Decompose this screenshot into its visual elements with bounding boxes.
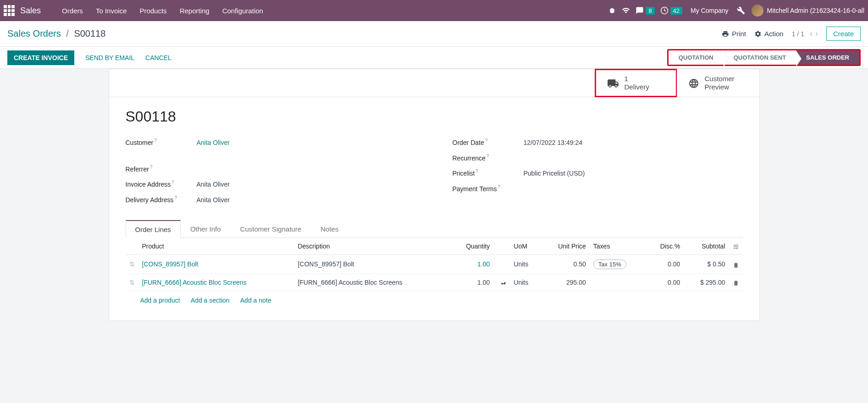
cell-chart[interactable] <box>493 274 510 291</box>
wifi-icon[interactable] <box>619 6 633 15</box>
th-taxes: Taxes <box>590 238 646 255</box>
cell-uom[interactable]: Units <box>510 274 541 291</box>
product-link[interactable]: [FURN_6666] Acoustic Bloc Screens <box>142 279 247 286</box>
tabs: Order Lines Other Info Customer Signatur… <box>126 220 743 238</box>
pricelist-label: Pricelist <box>453 170 475 177</box>
menu-reporting[interactable]: Reporting <box>173 7 216 15</box>
add-product-link[interactable]: Add a product <box>140 297 180 304</box>
create-button[interactable]: Create <box>826 27 861 41</box>
tools-icon[interactable] <box>734 6 748 15</box>
th-description: Description <box>294 238 450 255</box>
help-icon[interactable]: ? <box>476 169 479 174</box>
help-icon[interactable]: ? <box>150 165 153 170</box>
cell-description[interactable]: [CONS_89957] Bolt <box>294 254 450 274</box>
cell-disc[interactable]: 0.00 <box>646 254 684 274</box>
print-label: Print <box>732 30 746 38</box>
help-icon[interactable]: ? <box>485 138 488 143</box>
invoice-addr-value[interactable]: Anita Oliver <box>197 181 230 188</box>
cell-price[interactable]: 295.00 <box>541 274 590 291</box>
invoice-addr-label: Invoice Address <box>126 181 171 188</box>
product-link[interactable]: [CONS_89957] Bolt <box>142 260 199 268</box>
cancel-button[interactable]: CANCEL <box>145 54 171 61</box>
delivery-stat-button[interactable]: 1 Delivery <box>595 69 677 97</box>
columns-config-icon[interactable] <box>733 243 739 250</box>
globe-icon <box>688 77 699 89</box>
menu-configuration[interactable]: Configuration <box>216 7 270 15</box>
create-invoice-button[interactable]: CREATE INVOICE <box>7 50 74 65</box>
th-quantity: Quantity <box>450 238 493 255</box>
preview-stat-button[interactable]: Customer Preview <box>677 69 759 97</box>
breadcrumb-sep: / <box>66 28 69 39</box>
cell-taxes[interactable]: Tax 15% <box>590 254 646 274</box>
help-icon[interactable]: ? <box>154 138 157 143</box>
preview-l1: Customer <box>705 75 735 83</box>
cell-subtotal: $ 0.50 <box>684 254 729 274</box>
cell-price[interactable]: 0.50 <box>541 254 590 274</box>
user-menu[interactable]: Mitchell Admin (21623424-16-0-all <box>767 7 864 14</box>
pricelist-value[interactable]: Public Pricelist (USD) <box>524 170 585 177</box>
status-quotation[interactable]: QUOTATION <box>669 50 724 65</box>
status-sales-order[interactable]: SALES ORDER <box>796 50 859 65</box>
order-date-label: Order Date <box>453 139 484 146</box>
pager-prev-icon[interactable]: ‹ <box>810 29 813 39</box>
tax-pill[interactable]: Tax 15% <box>593 259 626 269</box>
th-uom: UoM <box>510 238 541 255</box>
delivery-label: Delivery <box>625 83 649 91</box>
drag-handle-icon[interactable]: ⇅ <box>126 274 138 291</box>
help-icon[interactable]: ? <box>498 184 501 189</box>
action-button[interactable]: Action <box>754 30 784 38</box>
pager: 1 / 1 ‹ › <box>792 29 818 39</box>
tab-notes[interactable]: Notes <box>311 220 348 238</box>
help-icon[interactable]: ? <box>171 180 174 185</box>
table-row[interactable]: ⇅[CONS_89957] Bolt[CONS_89957] Bolt1.00U… <box>126 254 743 274</box>
add-links: Add a product Add a section Add a note <box>126 291 743 309</box>
breadcrumb: Sales Orders / S00118 <box>7 28 105 39</box>
send-email-button[interactable]: SEND BY EMAIL <box>85 54 134 61</box>
table-row[interactable]: ⇅[FURN_6666] Acoustic Bloc Screens[FURN_… <box>126 274 743 291</box>
help-icon[interactable]: ? <box>487 154 489 159</box>
cell-description[interactable]: [FURN_6666] Acoustic Bloc Screens <box>294 274 450 291</box>
delivery-addr-label: Delivery Address <box>126 196 174 204</box>
cell-uom[interactable]: Units <box>510 254 541 274</box>
tab-order-lines[interactable]: Order Lines <box>126 220 181 238</box>
menu-to-invoice[interactable]: To Invoice <box>89 7 133 15</box>
bug-icon[interactable] <box>605 7 619 14</box>
menu-products[interactable]: Products <box>133 7 173 15</box>
delivery-count: 1 <box>625 75 649 83</box>
customer-value[interactable]: Anita Oliver <box>197 139 230 146</box>
activities-button[interactable]: 42 <box>658 6 685 15</box>
apps-icon[interactable] <box>4 5 15 16</box>
pager-text: 1 / 1 <box>792 30 804 38</box>
cell-chart[interactable] <box>493 254 510 274</box>
tab-other-info[interactable]: Other Info <box>181 220 231 238</box>
help-icon[interactable]: ? <box>175 195 177 200</box>
pager-next-icon[interactable]: › <box>815 29 818 39</box>
add-note-link[interactable]: Add a note <box>240 297 271 304</box>
cell-taxes[interactable] <box>590 274 646 291</box>
th-product: Product <box>138 238 294 255</box>
form-sheet: 1 Delivery Customer Preview S00118 C <box>109 69 760 321</box>
avatar[interactable] <box>752 5 763 17</box>
menu-orders[interactable]: Orders <box>55 7 89 15</box>
app-brand[interactable]: Sales <box>20 6 41 16</box>
company-selector[interactable]: My Company <box>685 7 734 14</box>
messages-button[interactable]: 8 <box>633 6 657 15</box>
order-date-value[interactable]: 12/07/2022 13:49:24 <box>524 139 582 146</box>
breadcrumb-root[interactable]: Sales Orders <box>7 28 61 39</box>
order-name: S00118 <box>126 108 743 125</box>
print-button[interactable]: Print <box>722 30 746 38</box>
top-navbar: Sales Orders To Invoice Products Reporti… <box>0 0 868 21</box>
status-quotation-sent[interactable]: QUOTATION SENT <box>724 50 796 65</box>
add-section-link[interactable]: Add a section <box>191 297 230 304</box>
cell-disc[interactable]: 0.00 <box>646 274 684 291</box>
action-label: Action <box>764 30 784 38</box>
delivery-addr-value[interactable]: Anita Oliver <box>197 196 230 204</box>
drag-handle-icon[interactable]: ⇅ <box>126 254 138 274</box>
tab-signature[interactable]: Customer Signature <box>231 220 311 238</box>
trash-icon[interactable] <box>733 260 739 268</box>
action-bar: CREATE INVOICE SEND BY EMAIL CANCEL QUOT… <box>0 47 868 69</box>
order-lines-table: Product Description Quantity UoM Unit Pr… <box>126 238 743 292</box>
cell-quantity[interactable]: 1.00 <box>450 254 493 274</box>
trash-icon[interactable] <box>733 279 739 286</box>
cell-quantity[interactable]: 1.00 <box>450 274 493 291</box>
